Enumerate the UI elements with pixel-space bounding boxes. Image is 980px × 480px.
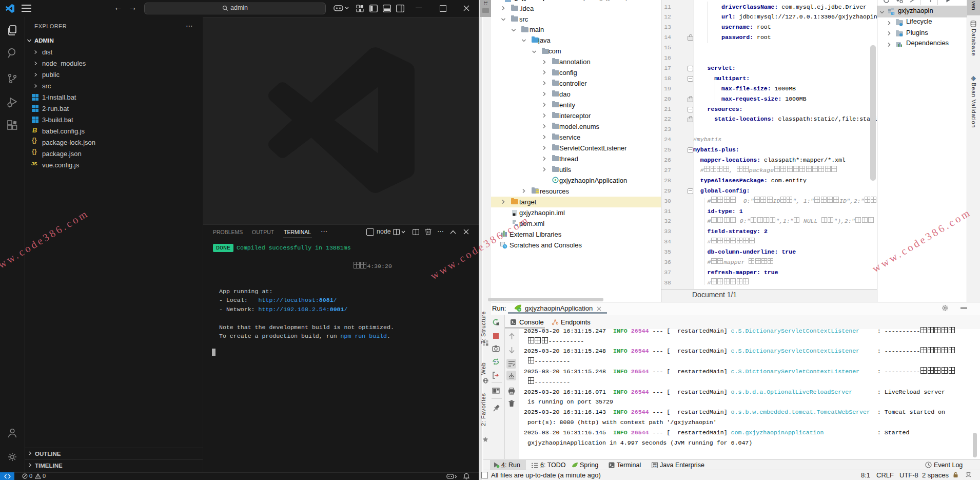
svg-text:m: m [891,11,894,16]
